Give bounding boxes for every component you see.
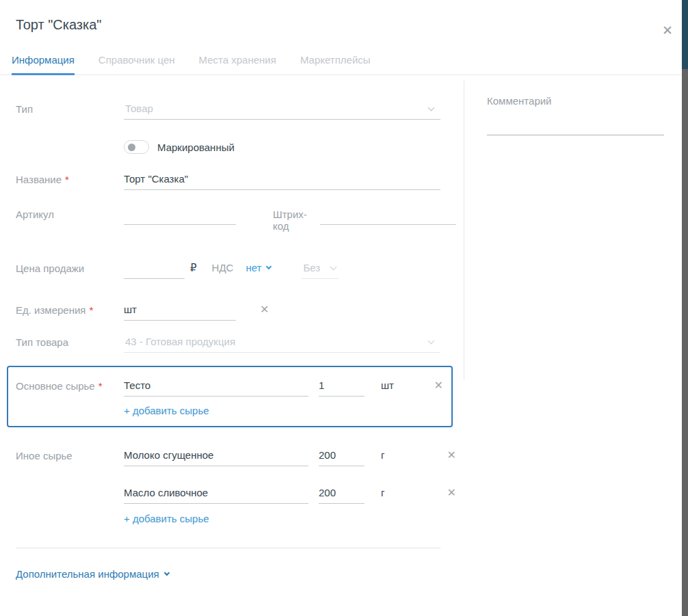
required-mark: * xyxy=(89,304,93,316)
main-raw-qty-input[interactable] xyxy=(319,378,365,397)
price-input[interactable] xyxy=(124,260,185,279)
main-raw-unit: шт xyxy=(381,378,404,391)
toggle-knob xyxy=(128,144,135,151)
other-raw-qty-input[interactable] xyxy=(319,448,365,466)
spacer-label xyxy=(16,485,124,487)
field-row-unit: Ед. измерения* ✕ xyxy=(16,302,456,321)
tab-information[interactable]: Информация xyxy=(12,54,75,75)
modal-body: Тип Товар Маркированный Название* xyxy=(0,75,682,580)
article-label: Артикул xyxy=(16,206,124,220)
main-raw-label: Основное сырье* xyxy=(16,378,124,392)
other-raw-qty-input[interactable] xyxy=(319,485,365,504)
product-type-value: 43 - Готовая продукция xyxy=(125,336,235,347)
type-select-placeholder: Товар xyxy=(125,103,153,114)
type-label: Тип xyxy=(16,101,124,115)
main-raw-add-row: + добавить сырье xyxy=(124,405,443,417)
article-input[interactable] xyxy=(124,206,236,225)
tab-price-list[interactable]: Справочник цен xyxy=(98,54,175,75)
field-row-main-raw: Основное сырье* шт ✕ xyxy=(16,378,443,397)
other-raw-name-input[interactable] xyxy=(124,448,308,466)
chevron-down-icon xyxy=(330,263,337,270)
other-raw-label: Иное сырье xyxy=(16,448,124,461)
raw-row: г ✕ xyxy=(124,448,456,466)
raw-row: шт ✕ xyxy=(124,378,443,397)
remove-icon[interactable]: ✕ xyxy=(447,448,456,461)
field-row-name: Название* xyxy=(16,172,456,190)
chevron-down-icon xyxy=(428,337,435,344)
unit-input[interactable] xyxy=(124,302,260,320)
field-row-product-type: Тип товара 43 - Готовая продукция xyxy=(16,334,456,353)
product-type-label: Тип товара xyxy=(16,334,124,348)
other-raw-name-input[interactable] xyxy=(124,485,308,504)
required-mark: * xyxy=(65,174,69,185)
barcode-input[interactable] xyxy=(320,206,456,225)
barcode-label: Штрих-код xyxy=(273,206,311,232)
unit-label: Ед. измерения* xyxy=(16,302,124,316)
price-label: Цена продажи xyxy=(16,260,124,274)
other-raw-unit: г xyxy=(381,448,404,461)
field-row-marked: Маркированный xyxy=(16,140,456,154)
add-raw-link[interactable]: + добавить сырье xyxy=(124,405,209,416)
product-type-select[interactable]: 43 - Готовая продукция xyxy=(124,334,440,353)
product-card-modal: ✕ Торт "Сказка" Информация Справочник це… xyxy=(0,17,682,616)
name-label: Название* xyxy=(16,172,124,185)
add-raw-link[interactable]: + добавить сырье xyxy=(124,513,209,524)
additional-info-link[interactable]: Дополнительная информация xyxy=(16,568,456,580)
background-header-strip xyxy=(682,0,688,69)
raw-row: г ✕ xyxy=(124,485,456,504)
comment-label: Комментарий xyxy=(487,95,682,107)
field-row-other-raw-2: г ✕ xyxy=(16,485,456,504)
other-raw-unit: г xyxy=(381,485,404,498)
section-divider xyxy=(16,548,440,548)
main-raw-name-input[interactable] xyxy=(124,378,308,397)
remove-icon[interactable]: ✕ xyxy=(434,378,443,392)
type-select[interactable]: Товар xyxy=(124,101,440,120)
marked-toggle-label: Маркированный xyxy=(157,140,235,153)
field-row-type: Тип Товар xyxy=(16,101,456,120)
ruble-icon: ₽ xyxy=(190,260,197,274)
field-row-article: Артикул Штрих-код xyxy=(16,206,456,232)
other-raw-add-row: + добавить сырье xyxy=(124,513,456,525)
required-mark: * xyxy=(98,380,103,392)
field-row-price: Цена продажи ₽ НДС нет Без xyxy=(16,260,456,279)
tab-storage-places[interactable]: Места хранения xyxy=(199,54,276,75)
main-raw-highlight-box: Основное сырье* шт ✕ + добавить сырье xyxy=(7,366,453,427)
chevron-down-icon xyxy=(428,104,435,111)
remove-icon[interactable]: ✕ xyxy=(447,485,456,499)
tab-marketplaces[interactable]: Маркетплейсы xyxy=(300,54,371,75)
comment-input[interactable] xyxy=(487,117,664,135)
spacer-label xyxy=(16,140,124,142)
tab-bar: Информация Справочник цен Места хранения… xyxy=(0,54,682,75)
comment-panel: Комментарий xyxy=(464,81,682,380)
vat-label: НДС xyxy=(212,260,234,273)
clear-icon[interactable]: ✕ xyxy=(260,303,272,319)
vat-type-select[interactable]: Без xyxy=(302,260,339,279)
product-form: Тип Товар Маркированный Название* xyxy=(0,75,456,580)
field-row-other-raw-1: Иное сырье г ✕ xyxy=(16,448,456,466)
name-input[interactable] xyxy=(124,172,440,190)
background-scroll-strip[interactable] xyxy=(682,0,688,616)
unit-input-wrap: ✕ xyxy=(124,302,236,321)
vat-select[interactable]: нет xyxy=(246,260,271,273)
page-title: Торт "Сказка" xyxy=(16,17,682,33)
close-icon[interactable]: ✕ xyxy=(662,24,673,37)
chevron-down-icon xyxy=(266,264,272,269)
marked-toggle[interactable] xyxy=(124,140,149,154)
chevron-down-icon xyxy=(163,570,169,576)
